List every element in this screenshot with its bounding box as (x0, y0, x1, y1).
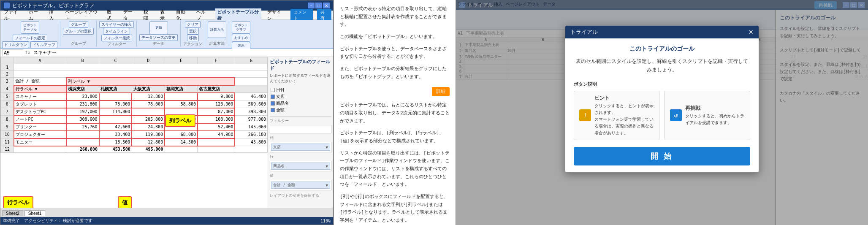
pivot-layout-note: レイアウトの変更を保留する (270, 193, 331, 198)
calc-btn[interactable]: 計算方法 (208, 21, 226, 38)
pivot-checkbox-branch[interactable] (271, 95, 275, 99)
main-area: A B C D E F G 1 2 (0, 57, 333, 208)
filter-connect-btn[interactable]: フィルター接続 (101, 35, 132, 41)
datasource-btn[interactable]: データソースの変更 (139, 34, 178, 41)
table-row: 10 プロジェクター 33,400 119,800 68,000 44,980 … (1, 131, 268, 138)
sheet-tab-sheet1[interactable]: Sheet1 (24, 210, 46, 216)
maximize-btn[interactable]: □ (315, 3, 322, 8)
comment-btn[interactable]: コメント (290, 9, 313, 22)
group-btn[interactable]: グループ (69, 21, 88, 28)
pivot-col-drop[interactable]: 支店 ▼ (270, 142, 331, 152)
desc-para-1: リスト形式の表から特定の項目を取り出して、縦軸と横軸に配置させた集計表を作成する… (340, 5, 450, 29)
table-row: 6 タブレット 231,800 78,000 78,000 58,800 123… (1, 100, 268, 108)
dialog-title-bar: トライアル ✕ (565, 26, 759, 38)
col-header-b[interactable]: B (66, 57, 99, 64)
col-header-g[interactable]: G (235, 57, 267, 64)
dialog-goal-title: このトライアルのゴール (574, 45, 750, 53)
dialog-start-btn[interactable]: 開 始 (574, 147, 750, 165)
right-panel: トライアル 再挑戦 － □ ✕ ファイル ホーム 挿入 ページレイアウト データ… (456, 0, 868, 225)
pivot-field-date[interactable]: 日付 (270, 87, 331, 93)
pivot-val-drop[interactable]: 合計 / 金額 ▼ (270, 180, 331, 190)
dialog-retry-btn[interactable]: ↺ 再挑戦 クリックすると、初めからトライアルを受講できます。 (665, 91, 750, 140)
ribbon-group-activefield: ピボットテーブル フィールドの設定 ドリルダウン ドリルアップ アクティブフィー… (2, 21, 60, 46)
formula-input[interactable]: スキャナー (32, 50, 331, 56)
cell-reference[interactable] (2, 49, 23, 56)
pivot-row-item-product[interactable]: 商品名 ▼ (271, 163, 330, 170)
pivot-checkbox-date[interactable] (271, 88, 275, 92)
hint-icon: ! (579, 109, 591, 121)
spreadsheet: A B C D E F G 1 2 (0, 57, 268, 208)
move-btn[interactable]: 移動 (187, 35, 199, 41)
share-btn[interactable]: 共有 (317, 9, 331, 22)
window-controls: － □ ✕ (308, 3, 330, 8)
pivot-field-product-label: 商品名 (276, 100, 289, 106)
desc-para-6: ピボットテーブルは、[列ラベル]、[行ラベル]、[値]を表示する部分などで構成さ… (340, 129, 450, 145)
pivot-panel-subtitle: レポートに追加するフィールドを選んでください： (270, 73, 331, 84)
table-row: 7 デスクトップPC 197,000 114,800 87,000 398,80… (1, 108, 268, 116)
ribbon: ピボットテーブル フィールドの設定 ドリルダウン ドリルアップ アクティブフィー… (0, 20, 333, 49)
dialog-goal-desc: 表のセル範囲にスタイルを設定し、罫線を引くスクリプトを記録・実行してみましょう。 (574, 57, 750, 74)
pivot-val-item-amount[interactable]: 合計 / 金額 ▼ (271, 182, 330, 189)
slicer-btn[interactable]: スライサーの挿入 (99, 21, 134, 28)
dialog-title-text: トライアル (570, 28, 598, 36)
pivot-col-item-branch[interactable]: 支店 ▼ (271, 144, 330, 151)
pivot-field-product[interactable]: 商品名 (270, 100, 331, 107)
minimize-btn[interactable]: － (308, 3, 315, 8)
col-header-f[interactable]: F (198, 57, 235, 64)
middle-panel: リスト形式の表から特定の項目を取り出して、縦軸と横軸に配置させた集計表を作成する… (334, 0, 456, 225)
pivot-field-amount[interactable]: 金額 (270, 107, 331, 114)
dialog-close-btn[interactable]: ✕ (749, 29, 754, 35)
pivot-filter-section: フィルター 列 支店 ▼ 行 商品名 ▼ 値 (270, 116, 331, 190)
group-label-calc: 計算方法 (209, 41, 225, 46)
field-settings-btn[interactable]: フィールドの設定 (13, 35, 47, 41)
pivot-field-amount-label: 金額 (276, 107, 285, 113)
detail-btn[interactable]: 詳細 (432, 87, 450, 97)
pivot-table-btn[interactable]: ピボットテーブル (21, 21, 39, 34)
recommend-btn[interactable]: おすすめ (232, 34, 250, 42)
group-label-filter: フィルター (107, 41, 126, 47)
value-callout: 値 (118, 196, 132, 208)
timeline-btn[interactable]: タイムライン (103, 28, 130, 35)
ribbon-group-filter: スライサーの挿入 タイムライン フィルター接続 フィルター (99, 21, 137, 46)
pivot-field-branch-label: 支店 (276, 94, 285, 100)
table-row: 3 合計 / 金額 列ラベル ▼ (1, 78, 268, 85)
col-header-a[interactable]: A (14, 57, 66, 64)
dialog-overlay: トライアル ✕ このトライアルのゴール 表のセル範囲にスタイルを設定し、罫線を引… (456, 0, 868, 225)
pivot-chart-btn[interactable]: ピボットグラフ (232, 21, 250, 34)
table-row: 4 行ラベル ▼ 横浜支店 札幌支店 大阪支店 福岡支店 名古屋支店 (1, 85, 268, 93)
row-label-callout: 行ラベル (3, 196, 33, 208)
group-label-data: データ (153, 41, 164, 46)
pivot-col-item-branch-label: 支店 (273, 144, 281, 150)
desc-para-2: この機能を「ピボットテーブル」といいます。 (340, 33, 450, 41)
dialog-buttons-row: ! ヒント クリックすると、ヒントが表示されます。スマートフォン等で学習している… (574, 91, 750, 140)
sheet-tab-sheet2[interactable]: Sheet2 (2, 210, 23, 216)
formula-bar: fx スキャナー (0, 49, 333, 57)
col-header-d[interactable]: D (132, 57, 165, 64)
pivot-checkbox-product[interactable] (271, 101, 275, 106)
drillup-btn[interactable]: ドリルアップ (30, 41, 57, 48)
table-row: 1 (1, 64, 268, 71)
pivot-col-label: 列 (270, 135, 331, 141)
pivot-row-drop[interactable]: 商品名 ▼ (270, 161, 331, 171)
pivot-field-branch[interactable]: 支店 (270, 93, 331, 100)
pivot-field-panel: ピボットテーブルのフィールド レポートに追加するフィールドを選んでください： 日… (268, 57, 333, 208)
ribbon-group-data: 更新 データソースの変更 データ (139, 21, 181, 46)
dialog-hint-btn[interactable]: ! ヒント クリックすると、ヒントが表示されます。スマートフォン等で学習している… (574, 91, 659, 140)
ribbon-group-action: クリア 選択 移動 アクション (183, 21, 205, 46)
close-btn[interactable]: ✕ (323, 3, 330, 8)
drilldown-btn[interactable]: ドリルダウン (2, 41, 29, 48)
select-btn[interactable]: 選択 (187, 28, 199, 35)
ribbon-group-tools: ピボットグラフ おすすめ 表示 ツール (232, 21, 253, 46)
col-header-e[interactable]: E (165, 57, 198, 64)
col-header-c[interactable]: C (99, 57, 132, 64)
pivot-checkbox-amount[interactable] (271, 108, 275, 112)
refresh-btn[interactable]: 更新 (149, 21, 168, 34)
group-select-btn[interactable]: グループの選択 (63, 28, 94, 35)
clear-btn[interactable]: クリア (185, 21, 201, 28)
pivot-filter-drop[interactable] (270, 125, 331, 133)
pivot-field-date-label: 日付 (276, 87, 285, 93)
col-label-callout: 列ラベル (165, 114, 195, 127)
table-row: 2 (1, 71, 268, 78)
status-accessibility: アクセシビリティ: 検討が必要です (24, 218, 92, 224)
desc-para-7: リストから特定の項目を取り出すには、[ピボットテーブルのフィールド]作業ウィンド… (340, 149, 450, 189)
